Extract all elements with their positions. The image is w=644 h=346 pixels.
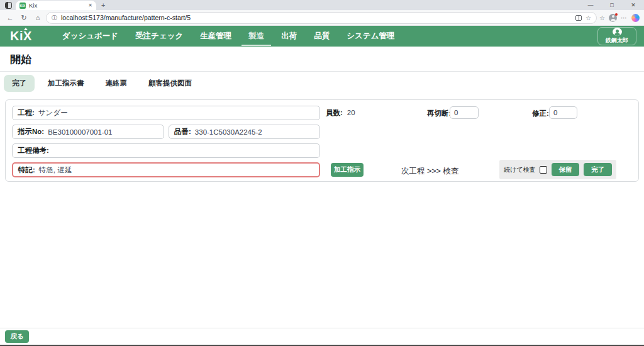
user-menu[interactable]: 鉄鋼太郎 — [597, 27, 636, 45]
nav-item-order-check[interactable]: 受注チェック — [135, 31, 183, 42]
page-footer: 戻る — [0, 328, 644, 345]
instruction-no-value: BE30100007001-01 — [48, 128, 112, 136]
recut-label: 再切断: — [427, 109, 451, 118]
copilot-icon[interactable] — [631, 14, 640, 22]
browser-window: KIX Kix ✕ + — □ ✕ ← ↻ ⌂ ⓘ localhost:5173… — [0, 0, 644, 346]
window-close-button[interactable]: ✕ — [623, 0, 644, 10]
app-logo[interactable]: KiX — [10, 29, 32, 43]
process-value: サンダー — [38, 108, 68, 118]
window-controls: — □ ✕ — [580, 0, 644, 10]
instruction-no-label: 指示No: — [18, 127, 44, 137]
fix-label: 修正: — [532, 109, 549, 118]
fix-value: 0 — [553, 109, 557, 116]
nav-menu: ダッシュボード 受注チェック 生産管理 製造 出荷 品質 システム管理 — [62, 31, 395, 42]
page-title: 開始 — [10, 52, 634, 67]
user-name: 鉄鋼太郎 — [606, 36, 628, 45]
recut-input[interactable]: 0 — [450, 106, 479, 119]
tab-complete[interactable]: 完了 — [4, 75, 35, 92]
site-info-icon[interactable]: ⓘ — [52, 14, 57, 22]
fix-input[interactable]: 0 — [549, 106, 577, 119]
browser-menu-icon[interactable]: ⋯ — [621, 14, 628, 21]
continue-inspection-label: 続けて検査 — [504, 165, 535, 174]
browser-profile-icon[interactable] — [609, 14, 617, 22]
tab-customer-drawing[interactable]: 顧客提供図面 — [140, 75, 200, 92]
process-card: 工程: サンダー 員数:20 再切断: 0 修正: 0 指示No: BE3010… — [5, 99, 639, 182]
tab-title: Kix — [29, 2, 85, 9]
instruction-no-field[interactable]: 指示No: BE30100007001-01 — [12, 125, 164, 139]
page-tabs: 完了 加工指示書 連絡票 顧客提供図面 — [0, 72, 644, 95]
home-icon[interactable]: ⌂ — [32, 14, 43, 21]
window-minimize-button[interactable]: — — [580, 0, 601, 10]
special-note-label: 特記: — [18, 165, 35, 175]
nav-item-dashboard[interactable]: ダッシュボード — [62, 31, 118, 42]
quantity-field: 員数:20 — [326, 108, 355, 118]
refresh-icon[interactable]: ↻ — [18, 14, 30, 22]
special-note-value: 特急, 遅延 — [39, 165, 72, 175]
notification-dot — [615, 13, 618, 16]
part-no-label: 品番: — [174, 127, 191, 137]
nav-item-system[interactable]: システム管理 — [347, 31, 394, 42]
nav-item-shipping[interactable]: 出荷 — [281, 31, 297, 42]
tab-work-instruction-sheet[interactable]: 加工指示書 — [40, 75, 92, 92]
back-icon[interactable]: ← — [4, 14, 16, 21]
hold-button[interactable]: 保留 — [552, 163, 579, 176]
workspaces-icon[interactable] — [5, 2, 12, 9]
nav-item-quality[interactable]: 品質 — [314, 31, 330, 42]
recut-value: 0 — [454, 109, 458, 116]
collections-star-icon[interactable]: ☆ — [586, 14, 591, 21]
site-favicon-icon: KIX — [19, 3, 26, 9]
part-no-field[interactable]: 品番: 330-1C5030A2245-2 — [169, 125, 320, 139]
process-label: 工程: — [18, 108, 35, 118]
action-panel: 続けて検査 保留 完了 — [499, 160, 616, 179]
favorites-star-icon[interactable]: ☆ — [599, 14, 605, 21]
complete-button[interactable]: 完了 — [584, 163, 612, 176]
tab-contact-slip[interactable]: 連絡票 — [97, 75, 136, 92]
browser-tab-strip: KIX Kix ✕ + — □ ✕ — [0, 0, 644, 10]
browser-toolbar: ← ↻ ⌂ ⓘ localhost:5173/manufacture/patte… — [0, 10, 644, 26]
quantity-value: 20 — [347, 109, 355, 116]
url-text[interactable]: localhost:5173/manufacture/pattern-c-sta… — [61, 14, 572, 21]
back-button[interactable]: 戻る — [5, 330, 29, 343]
continue-inspection-checkbox[interactable] — [540, 166, 547, 174]
new-tab-button[interactable]: + — [101, 1, 105, 9]
user-avatar-icon — [613, 28, 622, 36]
part-no-value: 330-1C5030A2245-2 — [195, 128, 262, 136]
quantity-label: 員数: — [326, 109, 343, 116]
app-navbar: KiX ダッシュボード 受注チェック 生産管理 製造 出荷 品質 システム管理 … — [0, 26, 644, 47]
nav-item-production[interactable]: 生産管理 — [200, 31, 231, 42]
tab-close-icon[interactable]: ✕ — [88, 3, 92, 8]
browser-tab[interactable]: KIX Kix ✕ — [16, 1, 96, 10]
address-bar[interactable]: ⓘ localhost:5173/manufacture/pattern-c-s… — [46, 12, 597, 24]
next-process-text: 次工程 >>> 検査 — [401, 166, 458, 177]
process-note-label: 工程備考: — [18, 146, 49, 155]
split-screen-icon[interactable] — [575, 15, 582, 21]
process-field[interactable]: 工程: サンダー — [12, 106, 320, 120]
nav-item-manufacture[interactable]: 製造 — [248, 31, 264, 42]
special-note-field[interactable]: 特記: 特急, 遅延 — [12, 162, 320, 177]
window-maximize-button[interactable]: □ — [601, 0, 623, 10]
work-instruction-button[interactable]: 加工指示 — [331, 163, 364, 177]
logo-caret-icon — [24, 28, 28, 30]
process-note-field[interactable]: 工程備考: — [12, 143, 320, 158]
